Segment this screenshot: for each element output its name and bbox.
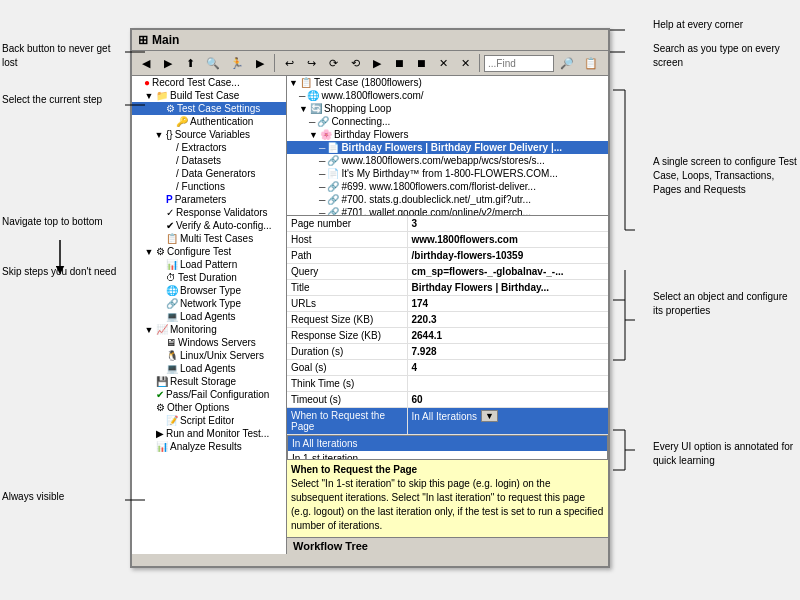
workflow-label: Workflow Tree xyxy=(287,537,608,554)
tree-item-loadagents2[interactable]: 💻 Load Agents xyxy=(132,362,286,375)
tree-item-scripteditor[interactable]: 📝 Script Editor xyxy=(132,414,286,427)
url-item-shoppingloop[interactable]: ▼ 🔄 Shopping Loop xyxy=(287,102,608,115)
tree-item-resultstorage[interactable]: 💾 Result Storage xyxy=(132,375,286,388)
tree-item-analyzeresults[interactable]: 📊 Analyze Results xyxy=(132,440,286,453)
prop-row-timeout: Timeout (s) 60 xyxy=(287,392,608,408)
loadpattern-icon: 📊 xyxy=(166,259,178,270)
url-item-700[interactable]: ─ 🔗 #700. stats.g.doubleclick.net/_utm.g… xyxy=(287,193,608,206)
tree-item-browsertype[interactable]: 🌐 Browser Type xyxy=(132,284,286,297)
resultstorage-icon: 💾 xyxy=(156,376,168,387)
connecting-icon: 🔗 xyxy=(317,116,329,127)
find-search-button[interactable]: 🔎 xyxy=(556,53,578,73)
refresh-button[interactable]: ⟳ xyxy=(323,53,343,73)
url-item-birthdaypage[interactable]: ─ 📄 Birthday Flowers | Birthday Flower D… xyxy=(287,141,608,154)
tree-item-networktype[interactable]: 🔗 Network Type xyxy=(132,297,286,310)
tree-item-otheroptions[interactable]: ⚙ Other Options xyxy=(132,401,286,414)
desc-area: When to Request the Page Select "In 1-st… xyxy=(287,459,608,537)
play-button[interactable]: ▶ xyxy=(367,53,387,73)
tree-item-linuxservers[interactable]: 🐧 Linux/Unix Servers xyxy=(132,349,286,362)
run2-button[interactable]: ▶ xyxy=(250,53,270,73)
dropdown-options: In All Iterations In 1-st iteration In L… xyxy=(287,435,608,459)
tree-item-validators[interactable]: ✓ Response Validators xyxy=(132,206,286,219)
find-input[interactable] xyxy=(484,55,554,72)
refresh2-button[interactable]: ⟲ xyxy=(345,53,365,73)
prop-row-pagenumber: Page number 3 xyxy=(287,216,608,232)
back-button[interactable]: ◀ xyxy=(136,53,156,73)
app-window: ⊞ Main ◀ ▶ ⬆ 🔍 🏃 ▶ ↩ ↪ ⟳ ⟲ ▶ ⏹ ⏹ ✕ ✕ xyxy=(130,28,610,568)
tree-item-record[interactable]: ● Record Test Case... xyxy=(132,76,286,89)
testcase-icon: 📋 xyxy=(300,77,312,88)
passfail-icon: ✔ xyxy=(156,389,164,400)
toolbar-sep1 xyxy=(274,54,275,72)
url699-icon: 🔗 xyxy=(327,181,339,192)
tree-item-loadpattern[interactable]: 📊 Load Pattern xyxy=(132,258,286,271)
tree-item-loadagents[interactable]: 💻 Load Agents xyxy=(132,310,286,323)
settings-icon: ⚙ xyxy=(166,103,175,114)
url-item-701[interactable]: ─ 🔗 #701. wallet.google.com/online/v2/me… xyxy=(287,206,608,216)
dropdown-option-alliterations[interactable]: In All Iterations xyxy=(288,436,607,451)
build-icon: 📁 xyxy=(156,90,168,101)
run-button[interactable]: 🏃 xyxy=(226,53,248,73)
tree-item-parameters[interactable]: P Parameters xyxy=(132,193,286,206)
prop-row-query: Query cm_sp=flowers-_-globalnav-_-... xyxy=(287,264,608,280)
tree-item-extractors[interactable]: / Extractors xyxy=(132,141,286,154)
url-item-testcase[interactable]: ▼ 📋 Test Case (1800flowers) xyxy=(287,76,608,89)
url-item-699[interactable]: ─ 🔗 #699. www.1800flowers.com/florist-de… xyxy=(287,180,608,193)
properties-table: Page number 3 Host www.1800flowers.com P… xyxy=(287,216,608,435)
tree-item-passfail[interactable]: ✔ Pass/Fail Configuration xyxy=(132,388,286,401)
stop-button[interactable]: ⏹ xyxy=(389,53,409,73)
validators-icon: ✓ xyxy=(166,207,174,218)
dropdown-cell: In All Iterations ▼ xyxy=(412,410,605,422)
title-bar: ⊞ Main xyxy=(132,30,608,51)
url700-icon: 🔗 xyxy=(327,194,339,205)
birthdaypage-icon: 📄 xyxy=(327,142,339,153)
url-item-mainurl[interactable]: ─ 🌐 www.1800flowers.com/ xyxy=(287,89,608,102)
record-icon: ● xyxy=(144,77,150,88)
close2-button[interactable]: ✕ xyxy=(455,53,475,73)
tree-item-datagenerators[interactable]: / Data Generators xyxy=(132,167,286,180)
tree-item-runmonitor[interactable]: ▶ Run and Monitor Test... xyxy=(132,427,286,440)
tree-item-auth[interactable]: 🔑 Authentication xyxy=(132,115,286,128)
dropdown-option-1stiteration[interactable]: In 1-st iteration xyxy=(288,451,607,459)
up-button[interactable]: ⬆ xyxy=(180,53,200,73)
tree-item-functions[interactable]: / Functions xyxy=(132,180,286,193)
undo-button[interactable]: ↩ xyxy=(279,53,299,73)
dropdown-button[interactable]: ▼ xyxy=(481,410,498,422)
title-icon: ⊞ xyxy=(138,33,148,47)
tree-item-build[interactable]: ▼ 📁 Build Test Case xyxy=(132,89,286,102)
url-item-birthdayflowers[interactable]: ▼ 🌸 Birthday Flowers xyxy=(287,128,608,141)
annotation-single-screen: A single screen to configure Test Case, … xyxy=(653,155,798,197)
annotation-back-button: Back button to never get lost xyxy=(2,42,127,70)
forward-button[interactable]: ▶ xyxy=(158,53,178,73)
stop2-button[interactable]: ⏹ xyxy=(411,53,431,73)
tree-item-multitc[interactable]: 📋 Multi Test Cases xyxy=(132,232,286,245)
find-list-button[interactable]: 📋 xyxy=(580,53,602,73)
windowsservers-icon: 🖥 xyxy=(166,337,176,348)
close-button[interactable]: ✕ xyxy=(433,53,453,73)
desc-title: When to Request the Page xyxy=(291,464,604,475)
tree-item-monitoring[interactable]: ▼ 📈 Monitoring xyxy=(132,323,286,336)
url-item-connecting[interactable]: ─ 🔗 Connecting... xyxy=(287,115,608,128)
url701-icon: 🔗 xyxy=(327,207,339,216)
tree-item-settings[interactable]: ⚙ Test Case Settings xyxy=(132,102,286,115)
search-button[interactable]: 🔍 xyxy=(202,53,224,73)
url-item-itsmybirthday[interactable]: ─ 📄 It's My Birthday™ from 1-800-FLOWERS… xyxy=(287,167,608,180)
annotation-navigate: Navigate top to bottom xyxy=(2,215,127,229)
multitc-icon: 📋 xyxy=(166,233,178,244)
tree-item-datasets[interactable]: / Datasets xyxy=(132,154,286,167)
tree-item-sourcevars[interactable]: ▼ {} Source Variables xyxy=(132,128,286,141)
linuxservers-icon: 🐧 xyxy=(166,350,178,361)
desc-text: Select "In 1-st iteration" to skip this … xyxy=(291,477,604,533)
tree-item-windowsservers[interactable]: 🖥 Windows Servers xyxy=(132,336,286,349)
main-content: ● Record Test Case... ▼ 📁 Build Test Cas… xyxy=(132,76,608,554)
redo-button[interactable]: ↪ xyxy=(301,53,321,73)
url-item-webapp[interactable]: ─ 🔗 www.1800flowers.com/webapp/wcs/store… xyxy=(287,154,608,167)
outer-container: Back button to never get lost Select the… xyxy=(0,0,800,600)
find-area xyxy=(484,55,554,72)
itsmybirthday-icon: 📄 xyxy=(327,168,339,179)
prop-row-title: Title Birthday Flowers | Birthday... xyxy=(287,280,608,296)
testduration-icon: ⏱ xyxy=(166,272,176,283)
tree-item-configure[interactable]: ▼ ⚙ Configure Test xyxy=(132,245,286,258)
tree-item-testduration[interactable]: ⏱ Test Duration xyxy=(132,271,286,284)
tree-item-verify[interactable]: ✔ Verify & Auto-config... xyxy=(132,219,286,232)
